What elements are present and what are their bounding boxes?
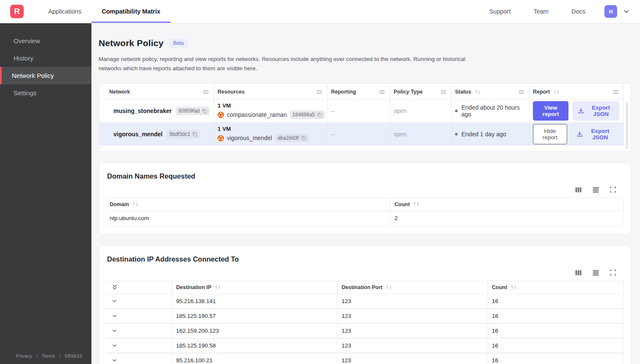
main-content: Network Policy Beta Manage network polic… <box>91 23 640 364</box>
destination-ip-cell: 185.125.190.57 <box>172 309 338 323</box>
tab-applications[interactable]: Applications <box>38 0 91 23</box>
card-title: Destination IP Addresses Connected To <box>99 245 631 263</box>
count-cell: 16 <box>488 353 624 364</box>
destination-port-cell: 123 <box>338 294 488 308</box>
link-team[interactable]: Team <box>524 8 558 15</box>
column-header-reporting[interactable]: Reporting <box>328 85 390 99</box>
rows-icon[interactable] <box>592 269 599 276</box>
column-drag-handle[interactable] <box>203 91 210 94</box>
export-json-button[interactable]: Export JSON <box>571 124 619 144</box>
expand-icon[interactable] <box>610 269 616 276</box>
sort-arrows-icon[interactable]: ↑↓ <box>474 89 480 95</box>
columns-icon[interactable] <box>575 186 582 193</box>
sidebar-item-settings[interactable]: Settings <box>0 84 91 102</box>
destination-ip-cell: 95.216.100.21 <box>172 353 338 364</box>
double-chevron-down-icon[interactable] <box>112 284 118 290</box>
sidebar-item-network-policy[interactable]: Network Policy <box>0 67 91 84</box>
rows-icon[interactable] <box>592 186 599 193</box>
column-header-destination-ip[interactable]: Destination IP ↑↓ <box>172 281 338 294</box>
sort-arrows-icon[interactable]: ↑↓ <box>413 201 419 207</box>
sort-arrows-icon[interactable]: ↑↓ <box>553 89 559 95</box>
table-row: 162.159.200.123 123 16 <box>106 323 624 338</box>
hide-report-button[interactable]: Hide report <box>533 124 567 144</box>
count-cell: 16 <box>488 339 624 353</box>
sort-arrows-icon[interactable]: ↑↓ <box>132 201 138 207</box>
link-docs[interactable]: Docs <box>562 8 595 15</box>
column-drag-handle[interactable] <box>613 91 619 94</box>
reporting-cell: – <box>328 123 390 146</box>
domain-cell: ntp.ubuntu.com <box>106 211 391 226</box>
column-drag-handle[interactable] <box>519 91 525 94</box>
expand-all-header <box>106 281 172 294</box>
destination-ip-cell: 162.159.200.123 <box>172 324 338 338</box>
download-icon <box>578 108 584 114</box>
column-header-status[interactable]: Status ↑↓ <box>452 85 530 99</box>
network-id-badge: 5bdf3dc1 <box>167 130 200 138</box>
network-row: musing_stonebraker 60959fad 1 VM compass… <box>99 99 624 122</box>
column-header-count[interactable]: Count ↑↓ <box>488 281 624 294</box>
column-drag-handle[interactable] <box>317 91 323 94</box>
network-name-cell: vigorous_mendel 5bdf3dc1 <box>99 123 214 146</box>
download-icon <box>577 131 583 137</box>
sidebar-item-history[interactable]: History <box>0 50 91 67</box>
column-header-resources[interactable]: Resources <box>214 85 328 99</box>
columns-icon[interactable] <box>575 269 582 276</box>
terms-link[interactable]: Terms <box>42 353 55 358</box>
column-drag-handle[interactable] <box>379 91 386 94</box>
card-toolbar <box>99 180 631 198</box>
destination-port-cell: 123 <box>338 339 488 353</box>
column-header-policy-type[interactable]: Policy Type <box>390 85 452 99</box>
network-row: vigorous_mendel 5bdf3dc1 1 VM vigorous_m… <box>99 122 624 146</box>
column-header-destination-port[interactable]: Destination Port ↑↓ <box>338 281 488 294</box>
chevron-down-icon[interactable] <box>112 298 117 304</box>
avatar[interactable]: H <box>604 5 617 18</box>
row-expander <box>106 324 172 338</box>
column-header-network[interactable]: Network <box>99 85 214 99</box>
view-report-button[interactable]: View report <box>533 101 568 121</box>
tab-compatibility-matrix[interactable]: Compatibility Matrix <box>91 0 171 23</box>
chevron-down-icon[interactable] <box>623 8 630 15</box>
top-nav-tabs: Applications Compatibility Matrix <box>38 0 171 23</box>
status-dot <box>455 133 458 135</box>
export-json-button[interactable]: Export JSON <box>572 101 619 121</box>
destination-ip-table: Destination IP ↑↓ Destination Port ↑↓ Co… <box>106 281 624 364</box>
chevron-down-icon[interactable] <box>112 358 117 363</box>
link-support[interactable]: Support <box>480 8 521 15</box>
chevron-down-icon[interactable] <box>112 343 117 348</box>
destination-port-cell: 123 <box>338 309 488 323</box>
page-description: Manage network policy, reporting and vie… <box>99 55 473 74</box>
copy-icon[interactable] <box>192 132 197 137</box>
column-drag-handle[interactable] <box>441 91 447 94</box>
footer-divider: | <box>36 353 38 358</box>
count-cell: 16 <box>488 324 624 338</box>
network-name-cell: musing_stonebraker 60959fad <box>99 99 214 122</box>
privacy-link[interactable]: Privacy <box>16 353 32 358</box>
expand-icon[interactable] <box>610 186 616 193</box>
chevron-down-icon[interactable] <box>112 313 117 319</box>
table-row: 95.216.138.141 123 16 <box>106 294 624 309</box>
table-scrollbar[interactable] <box>626 102 628 149</box>
domain-table: Domain ↑↓ Count ↑↓ ntp.ubuntu.com 2 <box>106 198 624 226</box>
destination-port-cell: 123 <box>338 324 488 338</box>
status-dot <box>455 110 458 112</box>
chevron-down-icon[interactable] <box>112 328 117 334</box>
copy-icon[interactable] <box>317 112 322 117</box>
column-header-domain[interactable]: Domain ↑↓ <box>106 198 391 211</box>
sort-arrows-icon[interactable]: ↑↓ <box>510 284 516 290</box>
column-header-report[interactable]: Report ↑↓ <box>530 85 624 99</box>
sort-arrows-icon[interactable]: ↑↓ <box>214 284 220 290</box>
copy-icon[interactable] <box>301 135 306 141</box>
table-row: ntp.ubuntu.com 2 <box>106 211 624 226</box>
build-version: 5f56b15 <box>65 353 83 358</box>
status-cell: Ended about 20 hours ago <box>452 99 530 122</box>
copy-icon[interactable] <box>202 108 207 113</box>
sidebar-item-overview[interactable]: Overview <box>0 32 91 50</box>
top-nav-right: Support Team Docs H <box>480 5 640 18</box>
network-id-badge: 60959fad <box>176 107 210 115</box>
reporting-cell: – <box>328 99 390 122</box>
top-navbar: R Applications Compatibility Matrix Supp… <box>0 0 640 23</box>
column-header-count[interactable]: Count ↑↓ <box>391 198 624 211</box>
sort-arrows-icon[interactable]: ↑↓ <box>386 284 392 290</box>
app-logo[interactable]: R <box>10 5 24 18</box>
policy-type-cell: open <box>390 99 452 122</box>
